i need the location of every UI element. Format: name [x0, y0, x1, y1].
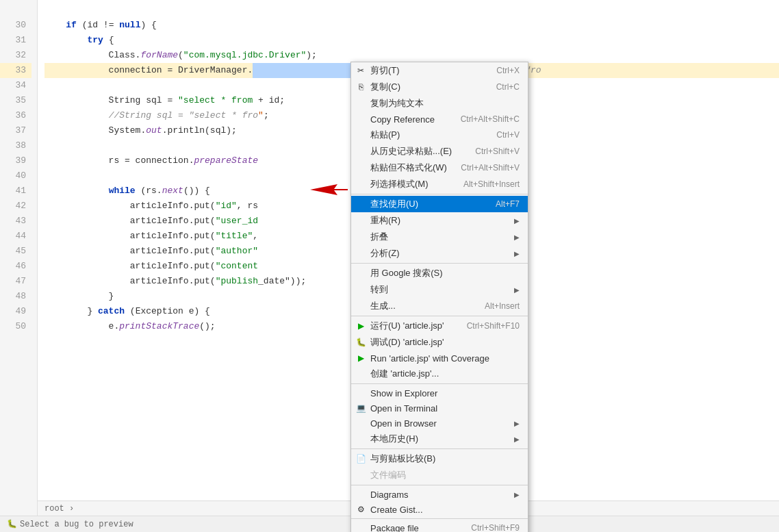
bug-icon: 🐛 [7, 519, 17, 529]
menu-item-run-coverage[interactable]: ▶ Run 'article.jsp' with Coverage [351, 351, 528, 366]
separator-3 [351, 316, 528, 316]
menu-item-paste-simple[interactable]: 粘贴但不格式化(W) Ctrl+Alt+Shift+V [351, 160, 528, 176]
menu-item-refactor[interactable]: 重构(R) ▶ [351, 212, 528, 229]
menu-label-compare-clipboard: 与剪贴板比较(B) [370, 453, 520, 465]
shortcut-run: Ctrl+Shift+F10 [467, 321, 520, 331]
menu-label-create-gist: Create Gist... [370, 505, 520, 515]
menu-item-create-gist[interactable]: ⚙ Create Gist... [351, 502, 528, 517]
separator-4 [351, 383, 528, 384]
menu-item-diagrams[interactable]: Diagrams ▶ [351, 487, 528, 502]
menu-label-local-history: 本地历史(H) [370, 433, 514, 445]
menu-label-copy-ref: Copy Reference [370, 114, 447, 125]
shortcut-paste-history: Ctrl+Shift+V [475, 147, 520, 156]
shortcut-copy: Ctrl+C [496, 82, 520, 92]
goto-arrow: ▶ [514, 286, 520, 294]
cut-icon: ✂ [355, 66, 366, 75]
menu-item-package-file[interactable]: Package file Ctrl+Shift+F9 [351, 520, 528, 532]
copy-icon: ⎘ [355, 82, 366, 92]
separator-2 [351, 263, 528, 264]
run-icon: ▶ [355, 321, 366, 331]
menu-item-folding[interactable]: 折叠 ▶ [351, 229, 528, 245]
menu-item-copy-ref[interactable]: Copy Reference Ctrl+Alt+Shift+C [351, 112, 528, 127]
analyze-arrow: ▶ [514, 250, 520, 257]
menu-item-column-select[interactable]: 列选择模式(M) Alt+Shift+Insert [351, 176, 528, 192]
code-line-32: Class.forName("com.mysql.jdbc.Driver"); [44, 48, 779, 63]
menu-item-copy[interactable]: ⎘ 复制(C) Ctrl+C [351, 79, 528, 95]
menu-label-debug: 调试(D) 'article.jsp' [370, 336, 520, 349]
menu-label-file-encoding: 文件编码 [370, 469, 520, 481]
status-text: Select a bug to preview [20, 520, 133, 529]
shortcut-column-select: Alt+Shift+Insert [463, 179, 520, 189]
menu-item-file-encoding: 文件编码 [351, 467, 528, 483]
menu-label-refactor: 重构(R) [370, 214, 514, 227]
diagrams-arrow: ▶ [514, 491, 520, 498]
menu-label-google-search: 用 Google 搜索(S) [370, 267, 520, 279]
menu-label-cut: 剪切(T) [370, 64, 483, 77]
refactor-arrow: ▶ [514, 217, 520, 225]
menu-item-cut[interactable]: ✂ 剪切(T) Ctrl+X [351, 62, 528, 79]
menu-label-paste-simple: 粘贴但不格式化(W) [370, 162, 447, 174]
menu-item-show-explorer[interactable]: Show in Explorer [351, 385, 528, 401]
menu-item-google-search[interactable]: 用 Google 搜索(S) [351, 265, 528, 281]
menu-item-open-browser[interactable]: Open in Browser ▶ [351, 416, 528, 431]
browser-arrow: ▶ [514, 420, 520, 427]
run-coverage-icon: ▶ [355, 353, 366, 363]
menu-label-run: 运行(U) 'article.jsp' [370, 320, 453, 332]
separator-6 [351, 485, 528, 485]
menu-label-generate: 生成... [370, 300, 471, 312]
menu-item-run[interactable]: ▶ 运行(U) 'article.jsp' Ctrl+Shift+F10 [351, 318, 528, 334]
line-numbers: 30 31 32 33 34 35 36 37 38 39 40 41 42 4… [0, 0, 38, 532]
open-terminal-icon: 💻 [355, 403, 366, 413]
menu-label-find-usages: 查找使用(U) [370, 198, 482, 210]
menu-item-goto[interactable]: 转到 ▶ [351, 281, 528, 298]
menu-item-open-terminal[interactable]: 💻 Open in Terminal [351, 401, 528, 416]
menu-label-column-select: 列选择模式(M) [370, 178, 450, 190]
menu-label-paste: 粘贴(P) [370, 129, 483, 141]
shortcut-copy-ref: Ctrl+Alt+Shift+C [461, 114, 520, 124]
menu-label-open-terminal: Open in Terminal [370, 403, 520, 414]
menu-item-debug[interactable]: 🐛 调试(D) 'article.jsp' [351, 334, 528, 351]
compare-icon: 📄 [355, 454, 366, 464]
menu-label-create-article: 创建 'article.jsp'... [370, 368, 520, 380]
menu-label-run-coverage: Run 'article.jsp' with Coverage [370, 353, 520, 364]
gist-icon: ⚙ [355, 505, 366, 514]
menu-item-find-usages[interactable]: 查找使用(U) Alt+F7 [351, 196, 528, 212]
menu-item-paste-history[interactable]: 从历史记录粘贴...(E) Ctrl+Shift+V [351, 143, 528, 160]
debug-icon: 🐛 [355, 338, 366, 347]
menu-label-diagrams: Diagrams [370, 490, 514, 500]
separator-1 [351, 194, 528, 194]
separator-5 [351, 448, 528, 449]
menu-label-package-file: Package file [370, 523, 457, 533]
menu-label-copy: 复制(C) [370, 81, 483, 93]
menu-item-analyze[interactable]: 分析(Z) ▶ [351, 245, 528, 262]
menu-item-paste[interactable]: 粘贴(P) Ctrl+V [351, 127, 528, 143]
menu-item-generate[interactable]: 生成... Alt+Insert [351, 298, 528, 314]
menu-item-compare-clipboard[interactable]: 📄 与剪贴板比较(B) [351, 451, 528, 467]
context-menu: ✂ 剪切(T) Ctrl+X ⎘ 复制(C) Ctrl+C 复制为纯文本 Cop… [350, 62, 528, 532]
separator-7 [351, 518, 528, 519]
local-history-arrow: ▶ [514, 435, 520, 443]
menu-item-create-article[interactable]: 创建 'article.jsp'... [351, 366, 528, 382]
menu-label-analyze: 分析(Z) [370, 247, 514, 259]
shortcut-cut: Ctrl+X [496, 66, 520, 75]
menu-item-local-history[interactable]: 本地历史(H) ▶ [351, 431, 528, 447]
menu-label-paste-history: 从历史记录粘贴...(E) [370, 145, 461, 157]
shortcut-package: Ctrl+Shift+F9 [471, 523, 520, 532]
menu-label-copy-plain: 复制为纯文本 [370, 97, 520, 110]
menu-label-goto: 转到 [370, 283, 514, 296]
menu-label-show-explorer: Show in Explorer [370, 388, 520, 398]
code-line-31: try { [44, 33, 779, 48]
shortcut-paste: Ctrl+V [496, 130, 520, 140]
shortcut-find-usages: Alt+F7 [496, 199, 520, 209]
code-line-29 [44, 3, 779, 18]
code-line-30: if (id != null) { [44, 18, 779, 33]
menu-label-open-browser: Open in Browser [370, 418, 514, 429]
folding-arrow: ▶ [514, 233, 520, 241]
menu-label-folding: 折叠 [370, 231, 514, 243]
shortcut-generate: Alt+Insert [485, 301, 520, 311]
shortcut-paste-simple: Ctrl+Alt+Shift+V [461, 163, 520, 173]
menu-item-copy-plain[interactable]: 复制为纯文本 [351, 95, 528, 112]
